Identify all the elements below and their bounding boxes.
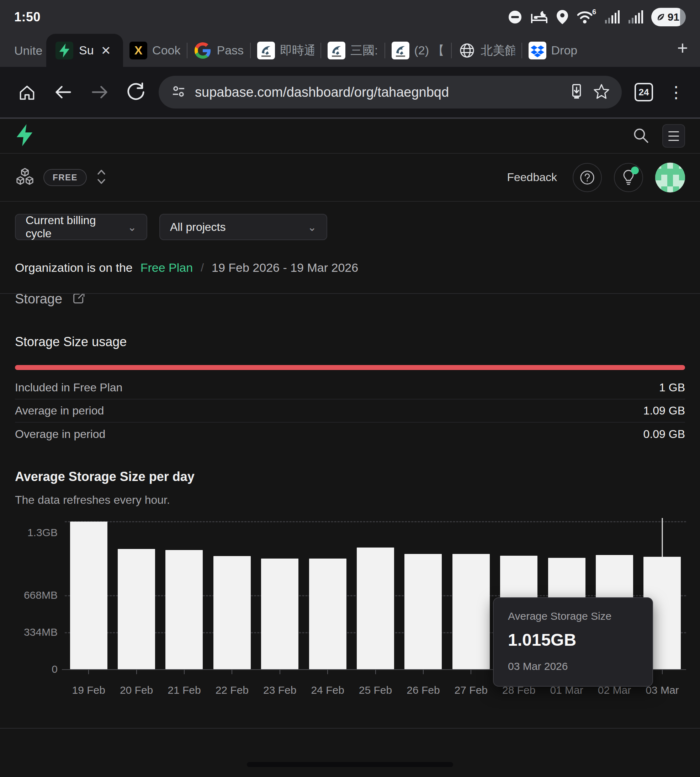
x-tick: 21 Feb <box>160 669 208 696</box>
storage-title: Storage <box>15 294 62 307</box>
usage-row-value: 0.09 GB <box>643 428 685 441</box>
x-tick-label: 24 Feb <box>311 684 344 696</box>
site-settings-icon[interactable] <box>171 83 187 101</box>
search-icon[interactable] <box>632 126 650 145</box>
bar-slot <box>112 521 160 669</box>
browser-toolbar: supabase.com/dashboard/org/tahaegnbqd 24… <box>0 67 700 117</box>
home-button[interactable] <box>11 76 43 108</box>
x-tick: 19 Feb <box>65 669 112 696</box>
x-tick-mark <box>232 669 232 674</box>
bar-slot <box>447 521 495 669</box>
tab-3[interactable]: Pass <box>187 34 250 67</box>
eagle-favicon-icon <box>328 42 345 59</box>
bar-20-feb[interactable] <box>118 549 155 669</box>
tab-2[interactable]: XCook <box>123 34 187 67</box>
back-button[interactable] <box>47 76 80 108</box>
tooltip-date: 03 Mar 2026 <box>508 660 638 672</box>
organization-boxes-icon[interactable] <box>15 167 35 188</box>
org-switcher-chevrons-icon[interactable] <box>95 167 107 188</box>
bookmark-star-icon[interactable] <box>593 83 610 101</box>
storage-chart: 0334MB668MB1.3GB 19 Feb20 Feb21 Feb22 Fe… <box>0 515 700 707</box>
x-tick-label: 27 Feb <box>455 684 488 696</box>
x-tick-mark <box>375 669 376 674</box>
help-circle-icon <box>579 169 595 186</box>
supabase-favicon-icon <box>55 42 73 59</box>
bar-21-feb[interactable] <box>165 550 203 669</box>
url-bar[interactable]: supabase.com/dashboard/org/tahaegnbqd <box>158 76 622 108</box>
tab-6[interactable]: (2) 【 <box>385 34 451 67</box>
x-tick-mark <box>136 669 137 674</box>
org-bar-divider <box>0 201 700 202</box>
x-tick-mark <box>280 669 280 674</box>
usage-progress-bar <box>15 365 685 370</box>
avatar[interactable] <box>655 163 685 192</box>
usage-table-row: Included in Free Plan1 GB <box>15 377 685 400</box>
tab-5[interactable]: 三國: <box>321 34 384 67</box>
help-button[interactable] <box>573 163 602 192</box>
status-icons: 6 91 <box>508 8 686 26</box>
feedback-button[interactable]: Feedback <box>507 171 557 184</box>
url-text[interactable]: supabase.com/dashboard/org/tahaegnbqd <box>195 85 560 100</box>
bar-26-feb[interactable] <box>404 554 442 669</box>
bar-24-feb[interactable] <box>309 559 347 669</box>
hamburger-menu-button[interactable] <box>662 124 685 148</box>
billing-period: 19 Feb 2026 - 19 Mar 2026 <box>212 261 358 275</box>
usage-table-row: Average in period1.09 GB <box>15 400 685 423</box>
usage-row-label: Average in period <box>15 404 104 417</box>
x-tick-label: 19 Feb <box>72 684 105 696</box>
bar-27-feb[interactable] <box>452 554 490 669</box>
tab-switcher-button[interactable]: 24 <box>635 83 653 102</box>
x-tick: 25 Feb <box>352 669 399 696</box>
x-tick-label: 22 Feb <box>215 684 248 696</box>
supabase-logo-icon[interactable] <box>15 124 34 148</box>
tooltip-title: Average Storage Size <box>508 610 638 622</box>
projects-label: All projects <box>170 220 226 234</box>
plan-banner-prefix: Organization is on the <box>15 261 133 275</box>
chart-y-axis: 0334MB668MB1.3GB <box>0 515 58 707</box>
bottom-divider <box>0 728 700 729</box>
x-tick-mark <box>327 669 328 674</box>
usage-row-label: Overage in period <box>15 428 105 441</box>
x-tick-mark <box>662 669 663 674</box>
external-link-icon[interactable] <box>72 294 86 307</box>
tab-8[interactable]: Drop <box>522 34 584 67</box>
chevron-down-icon: ⌄ <box>308 221 317 233</box>
cell-signal-icon-2 <box>628 9 643 25</box>
usage-row-value: 1.09 GB <box>643 404 685 417</box>
plan-banner-plan-link[interactable]: Free Plan <box>140 261 193 275</box>
battery-indicator: 91 <box>651 8 686 26</box>
projects-select[interactable]: All projects ⌄ <box>159 214 327 240</box>
bar-23-feb[interactable] <box>261 559 298 669</box>
whats-new-button[interactable] <box>614 163 643 192</box>
globe-favicon-icon <box>458 42 476 59</box>
x-tick: 20 Feb <box>112 669 160 696</box>
new-tab-button[interactable]: + <box>670 37 697 64</box>
tab-active[interactable]: Su✕ <box>46 34 123 67</box>
x-tick-mark <box>184 669 185 674</box>
x-tick-label: 26 Feb <box>407 684 440 696</box>
reload-button[interactable] <box>120 76 152 108</box>
billing-cycle-select[interactable]: Current billing cycle ⌄ <box>15 214 147 240</box>
eagle-favicon-icon <box>257 42 275 59</box>
chart-crosshair <box>662 518 663 557</box>
tab-label: Su <box>79 43 94 57</box>
org-bar: FREE Feedback <box>0 154 700 201</box>
tab-close-icon[interactable]: ✕ <box>100 43 113 58</box>
tab-label: Drop <box>551 43 578 57</box>
x-tick: 26 Feb <box>400 669 447 696</box>
location-icon <box>556 9 569 25</box>
tab-7[interactable]: 北美館 <box>452 34 522 67</box>
billing-cycle-label: Current billing cycle <box>26 214 118 240</box>
install-app-icon[interactable] <box>568 83 585 101</box>
svg-text:6: 6 <box>592 9 596 16</box>
bar-19-feb[interactable] <box>70 522 107 669</box>
bar-22-feb[interactable] <box>213 556 251 669</box>
gesture-navigation-bar[interactable] <box>247 762 453 767</box>
forward-button[interactable] <box>83 76 116 108</box>
usage-heading: Storage Size usage <box>15 334 685 349</box>
tab-0[interactable]: Unite <box>0 44 46 67</box>
usage-row-value: 1 GB <box>659 381 685 394</box>
browser-menu-button[interactable]: ⋮ <box>663 83 689 102</box>
tab-4[interactable]: 即時通 <box>251 34 320 67</box>
bar-25-feb[interactable] <box>357 547 394 670</box>
